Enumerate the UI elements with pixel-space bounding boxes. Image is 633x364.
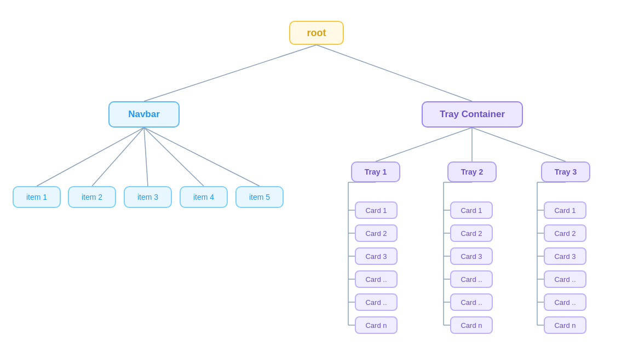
- t3c5-label: Card ..: [554, 298, 576, 307]
- item4-label: item 4: [193, 193, 214, 201]
- svg-line-0: [144, 45, 316, 101]
- svg-line-2: [37, 128, 144, 186]
- svg-line-9: [472, 128, 566, 161]
- tray2-card-2[interactable]: Card 2: [450, 224, 493, 242]
- tray3-card-3[interactable]: Card 3: [544, 247, 586, 265]
- svg-line-1: [316, 45, 472, 101]
- tray2-card-6[interactable]: Card n: [450, 316, 493, 334]
- tray3-card-1[interactable]: Card 1: [544, 201, 586, 219]
- t3c4-label: Card ..: [554, 275, 576, 284]
- t1c4-label: Card ..: [365, 275, 387, 284]
- tray-container-node[interactable]: Tray Container: [422, 101, 523, 128]
- tray1-card-2[interactable]: Card 2: [355, 224, 398, 242]
- t3c6-label: Card n: [554, 321, 576, 330]
- tray2-card-3[interactable]: Card 3: [450, 247, 493, 265]
- tray1-card-1[interactable]: Card 1: [355, 201, 398, 219]
- navbar-item-5[interactable]: item 5: [235, 186, 284, 208]
- connector-lines: [0, 0, 633, 364]
- t3c1-label: Card 1: [554, 206, 576, 215]
- root-label: root: [307, 27, 326, 39]
- svg-line-7: [376, 128, 472, 161]
- t2c1-label: Card 1: [461, 206, 482, 215]
- t2c6-label: Card n: [461, 321, 482, 330]
- svg-line-5: [144, 128, 204, 186]
- navbar-label: Navbar: [128, 109, 160, 120]
- tray2-card-1[interactable]: Card 1: [450, 201, 493, 219]
- navbar-item-3[interactable]: item 3: [124, 186, 172, 208]
- tray1-card-6[interactable]: Card n: [355, 316, 398, 334]
- tray3-card-6[interactable]: Card n: [544, 316, 586, 334]
- item2-label: item 2: [82, 193, 102, 201]
- navbar-item-2[interactable]: item 2: [68, 186, 116, 208]
- t2c2-label: Card 2: [461, 229, 482, 238]
- svg-line-3: [92, 128, 144, 186]
- item3-label: item 3: [137, 193, 158, 201]
- tray1-card-4[interactable]: Card ..: [355, 270, 398, 288]
- tray1-card-3[interactable]: Card 3: [355, 247, 398, 265]
- tray2-label: Tray 2: [461, 167, 483, 176]
- svg-line-4: [144, 128, 148, 186]
- tray3-label: Tray 3: [555, 167, 577, 176]
- navbar-item-1[interactable]: item 1: [13, 186, 61, 208]
- root-node[interactable]: root: [289, 21, 344, 45]
- navbar-node[interactable]: Navbar: [108, 101, 180, 128]
- t2c4-label: Card ..: [461, 275, 482, 284]
- tray1-card-5[interactable]: Card ..: [355, 293, 398, 311]
- item5-label: item 5: [249, 193, 270, 201]
- t2c5-label: Card ..: [461, 298, 482, 307]
- diagram: root Navbar Tray Container item 1 item 2…: [0, 0, 633, 364]
- t1c5-label: Card ..: [365, 298, 387, 307]
- tray2-card-5[interactable]: Card ..: [450, 293, 493, 311]
- tray3-card-5[interactable]: Card ..: [544, 293, 586, 311]
- tray1-label: Tray 1: [365, 167, 387, 176]
- tray-container-label: Tray Container: [440, 109, 505, 120]
- navbar-item-4[interactable]: item 4: [180, 186, 228, 208]
- tray-2-node[interactable]: Tray 2: [447, 161, 497, 182]
- tray2-card-4[interactable]: Card ..: [450, 270, 493, 288]
- tray3-card-2[interactable]: Card 2: [544, 224, 586, 242]
- tray-3-node[interactable]: Tray 3: [541, 161, 590, 182]
- t1c3-label: Card 3: [365, 252, 387, 261]
- t1c6-label: Card n: [365, 321, 387, 330]
- t3c3-label: Card 3: [554, 252, 576, 261]
- t2c3-label: Card 3: [461, 252, 482, 261]
- t1c2-label: Card 2: [365, 229, 387, 238]
- svg-line-6: [144, 128, 260, 186]
- t1c1-label: Card 1: [365, 206, 387, 215]
- tray3-card-4[interactable]: Card ..: [544, 270, 586, 288]
- tray-1-node[interactable]: Tray 1: [351, 161, 400, 182]
- item1-label: item 1: [26, 193, 47, 201]
- t3c2-label: Card 2: [554, 229, 576, 238]
